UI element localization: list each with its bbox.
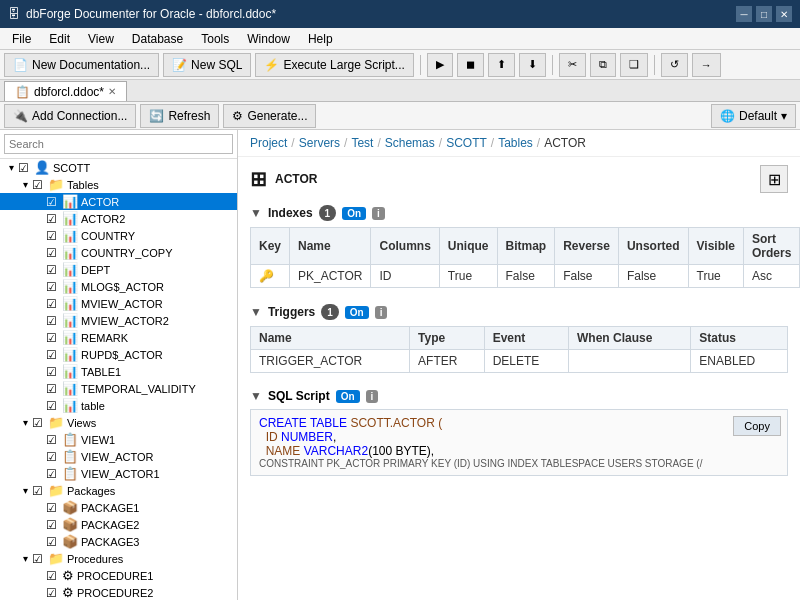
sql-toggle[interactable]: ▼ bbox=[250, 389, 262, 403]
tree-item-proc2[interactable]: ☑ ⚙ PROCEDURE2 bbox=[0, 584, 237, 600]
triggers-badge: i bbox=[375, 306, 388, 319]
tree-item-dept[interactable]: ☑ 📊 DEPT bbox=[0, 261, 237, 278]
breadcrumb-scott[interactable]: SCOTT bbox=[446, 136, 487, 150]
tree-item-temporal[interactable]: ☑ 📊 TEMPORAL_VALIDITY bbox=[0, 380, 237, 397]
cell-sort-orders: Asc bbox=[744, 265, 800, 288]
col-name: Name bbox=[290, 228, 371, 265]
toolbar-icon-6[interactable]: ⧉ bbox=[590, 53, 616, 77]
tree-item-remark[interactable]: ☑ 📊 REMARK bbox=[0, 329, 237, 346]
minimize-button[interactable]: ─ bbox=[736, 6, 752, 22]
trig-cell-name: TRIGGER_ACTOR bbox=[251, 350, 410, 373]
menu-help[interactable]: Help bbox=[300, 30, 341, 48]
execute-large-button[interactable]: ⚡ Execute Large Script... bbox=[255, 53, 413, 77]
tree-label-mview: MVIEW_ACTOR bbox=[81, 298, 163, 310]
default-button[interactable]: 🌐 Default ▾ bbox=[711, 104, 796, 128]
menu-database[interactable]: Database bbox=[124, 30, 191, 48]
indexes-toggle[interactable]: ▼ bbox=[250, 206, 262, 220]
sql-line-4: CONSTRAINT PK_ACTOR PRIMARY KEY (ID) USI… bbox=[259, 458, 779, 469]
tree-item-proc1[interactable]: ☑ ⚙ PROCEDURE1 bbox=[0, 567, 237, 584]
toolbar-icon-2[interactable]: ◼ bbox=[457, 53, 484, 77]
tree-tables-folder[interactable]: ▾ ☑ 📁 Tables bbox=[0, 176, 237, 193]
trig-col-type: Type bbox=[410, 327, 485, 350]
layout-toggle-button[interactable]: ⊞ bbox=[760, 165, 788, 193]
breadcrumb-servers[interactable]: Servers bbox=[299, 136, 340, 150]
copy-button[interactable]: Copy bbox=[733, 416, 781, 436]
col-unique: Unique bbox=[439, 228, 497, 265]
breadcrumb-test[interactable]: Test bbox=[351, 136, 373, 150]
tree-check-icon: ☑ bbox=[18, 161, 34, 175]
menu-view[interactable]: View bbox=[80, 30, 122, 48]
tree-item-rupd[interactable]: ☑ 📊 RUPD$_ACTOR bbox=[0, 346, 237, 363]
triggers-toggle-on[interactable]: On bbox=[345, 306, 369, 319]
toolbar-separator bbox=[420, 55, 421, 75]
tree-procedures-folder[interactable]: ▾ ☑ 📁 Procedures bbox=[0, 550, 237, 567]
sql-icon: 📝 bbox=[172, 58, 187, 72]
new-doc-button[interactable]: 📄 New Documentation... bbox=[4, 53, 159, 77]
sql-line-2: ID NUMBER, bbox=[259, 430, 779, 444]
maximize-button[interactable]: □ bbox=[756, 6, 772, 22]
search-input[interactable] bbox=[4, 134, 233, 154]
table-icon: 📊 bbox=[62, 262, 78, 277]
tree-item-package1[interactable]: ☑ 📦 PACKAGE1 bbox=[0, 499, 237, 516]
tree-check-pkg3: ☑ bbox=[46, 535, 62, 549]
menu-file[interactable]: File bbox=[4, 30, 39, 48]
tree-label-proc2: PROCEDURE2 bbox=[77, 587, 153, 599]
tree-item-package2[interactable]: ☑ 📦 PACKAGE2 bbox=[0, 516, 237, 533]
trig-cell-type: AFTER bbox=[410, 350, 485, 373]
indexes-toggle-on[interactable]: On bbox=[342, 207, 366, 220]
close-button[interactable]: ✕ bbox=[776, 6, 792, 22]
toolbar-icon-9[interactable]: → bbox=[692, 53, 721, 77]
tree-packages-folder[interactable]: ▾ ☑ 📁 Packages bbox=[0, 482, 237, 499]
toolbar-icon-8[interactable]: ↺ bbox=[661, 53, 688, 77]
tree-item-mview-actor[interactable]: ☑ 📊 MVIEW_ACTOR bbox=[0, 295, 237, 312]
tree-root-scott[interactable]: ▾ ☑ 👤 SCOTT bbox=[0, 159, 237, 176]
tree-label-rupd: RUPD$_ACTOR bbox=[81, 349, 163, 361]
new-sql-button[interactable]: 📝 New SQL bbox=[163, 53, 251, 77]
tree-item-table[interactable]: ☑ 📊 table bbox=[0, 397, 237, 414]
tree-item-package3[interactable]: ☑ 📦 PACKAGE3 bbox=[0, 533, 237, 550]
tree-check-table: ☑ bbox=[46, 399, 62, 413]
tree-item-table1[interactable]: ☑ 📊 TABLE1 bbox=[0, 363, 237, 380]
breadcrumb-tables[interactable]: Tables bbox=[498, 136, 533, 150]
tree-views-folder[interactable]: ▾ ☑ 📁 Views bbox=[0, 414, 237, 431]
tree-item-view1[interactable]: ☑ 📋 VIEW1 bbox=[0, 431, 237, 448]
triggers-count: 1 bbox=[321, 304, 339, 320]
toolbar-icon-5[interactable]: ✂ bbox=[559, 53, 586, 77]
menu-window[interactable]: Window bbox=[239, 30, 298, 48]
breadcrumb-schemas[interactable]: Schemas bbox=[385, 136, 435, 150]
package-icon: 📦 bbox=[62, 534, 78, 549]
tree-check-remark: ☑ bbox=[46, 331, 62, 345]
tree-check-procedures: ☑ bbox=[32, 552, 48, 566]
toolbar-icon-7[interactable]: ❑ bbox=[620, 53, 648, 77]
tree-item-mlog[interactable]: ☑ 📊 MLOG$_ACTOR bbox=[0, 278, 237, 295]
tree-label-dept: DEPT bbox=[81, 264, 110, 276]
tab-close-button[interactable]: ✕ bbox=[108, 86, 116, 97]
generate-button[interactable]: ⚙ Generate... bbox=[223, 104, 316, 128]
sql-toggle-on[interactable]: On bbox=[336, 390, 360, 403]
table-icon: 📊 bbox=[62, 381, 78, 396]
toolbar-icon-4[interactable]: ⬇ bbox=[519, 53, 546, 77]
add-connection-icon: 🔌 bbox=[13, 109, 28, 123]
toolbar-icon-1[interactable]: ▶ bbox=[427, 53, 453, 77]
tab-ddoc[interactable]: 📋 dbforcl.ddoc* ✕ bbox=[4, 81, 127, 101]
tree-check-mview2: ☑ bbox=[46, 314, 62, 328]
tree-item-country[interactable]: ☑ 📊 COUNTRY bbox=[0, 227, 237, 244]
tree-item-actor2[interactable]: ☑ 📊 ACTOR2 bbox=[0, 210, 237, 227]
tree-check-view-actor1: ☑ bbox=[46, 467, 62, 481]
add-connection-button[interactable]: 🔌 Add Connection... bbox=[4, 104, 136, 128]
tree-item-actor[interactable]: ☑ 📊 ACTOR bbox=[0, 193, 237, 210]
breadcrumb-project[interactable]: Project bbox=[250, 136, 287, 150]
toolbar-icon-3[interactable]: ⬆ bbox=[488, 53, 515, 77]
tree-item-country-copy[interactable]: ☑ 📊 COUNTRY_COPY bbox=[0, 244, 237, 261]
triggers-toggle[interactable]: ▼ bbox=[250, 305, 262, 319]
tree-expand-packages: ▾ bbox=[18, 485, 32, 496]
indexes-table: Key Name Columns Unique Bitmap Reverse U… bbox=[250, 227, 800, 288]
sql-title: SQL Script bbox=[268, 389, 330, 403]
menu-tools[interactable]: Tools bbox=[193, 30, 237, 48]
tree-item-view-actor1[interactable]: ☑ 📋 VIEW_ACTOR1 bbox=[0, 465, 237, 482]
tree-item-mview-actor2[interactable]: ☑ 📊 MVIEW_ACTOR2 bbox=[0, 312, 237, 329]
tree-label-view-actor1: VIEW_ACTOR1 bbox=[81, 468, 160, 480]
tree-item-view-actor[interactable]: ☑ 📋 VIEW_ACTOR bbox=[0, 448, 237, 465]
refresh-button[interactable]: 🔄 Refresh bbox=[140, 104, 219, 128]
menu-edit[interactable]: Edit bbox=[41, 30, 78, 48]
